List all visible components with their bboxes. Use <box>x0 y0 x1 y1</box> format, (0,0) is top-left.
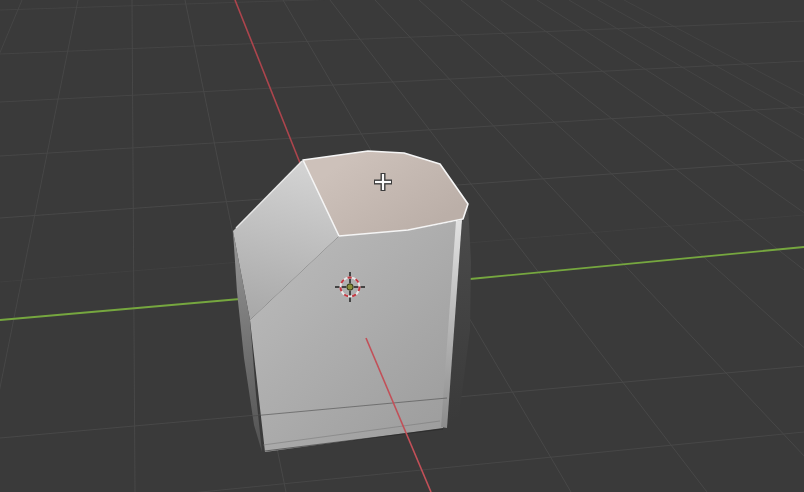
object-origin-dot <box>347 284 353 290</box>
viewport-canvas[interactable] <box>0 0 804 492</box>
blender-3d-viewport[interactable] <box>0 0 804 492</box>
